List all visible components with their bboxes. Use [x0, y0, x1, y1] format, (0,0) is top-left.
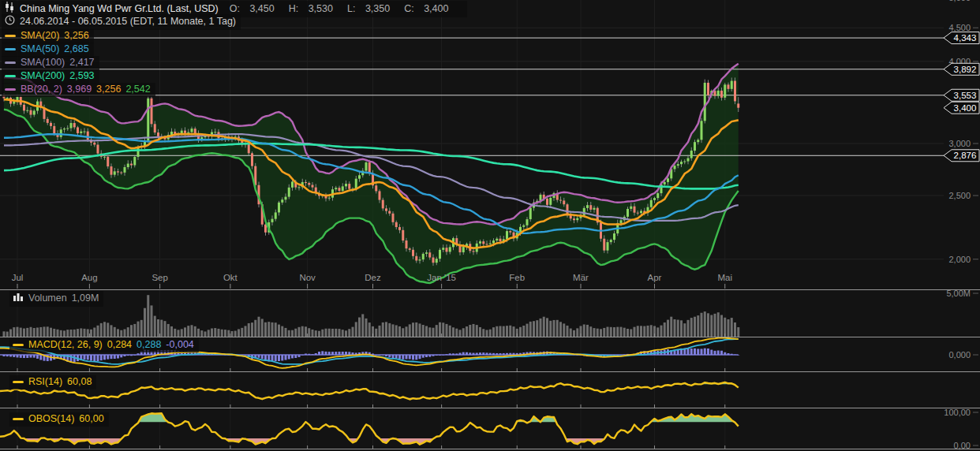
bollinger-middle-value: 3,256	[96, 84, 121, 95]
volume-bars-icon	[13, 292, 24, 305]
svg-text:Jan '15: Jan '15	[427, 273, 456, 282]
legend-volume[interactable]: Volumen 1,09M	[9, 291, 103, 307]
sma50-swatch-icon	[5, 48, 16, 50]
macd-hist-value: -0,004	[166, 339, 193, 351]
svg-text:4,343: 4,343	[954, 33, 977, 43]
svg-text:Nov: Nov	[299, 273, 316, 282]
svg-text:Aug: Aug	[81, 273, 97, 282]
clock-icon	[5, 15, 15, 28]
legend-obos[interactable]: OBOS(14) 60,00	[9, 412, 109, 427]
volume-value: 1,09M	[72, 293, 99, 304]
svg-text:Apr: Apr	[648, 273, 662, 282]
obos-label: OBOS(14)	[28, 413, 74, 425]
svg-text:5,00M: 5,00M	[946, 289, 971, 298]
price-tag-3,892: 3,892	[944, 63, 979, 75]
svg-text:Jul: Jul	[12, 273, 24, 282]
macd-label: MACD(12, 26, 9)	[28, 339, 103, 351]
sma50-label: SMA(50)	[21, 43, 59, 55]
sma200-swatch-icon	[5, 75, 16, 77]
macd-value: 0,284	[107, 339, 132, 351]
svg-text:Mär: Mär	[573, 273, 589, 282]
legend-sma100[interactable]: SMA(100) 2,417	[2, 56, 99, 70]
bollinger-swatch-icon	[5, 88, 16, 91]
sma100-swatch-icon	[5, 62, 16, 64]
close-value: 3,400	[424, 3, 448, 14]
svg-text:Okt: Okt	[223, 273, 238, 282]
date-range: 24.06.2014 - 06.05.2015 (EDT, 11 Monate,…	[20, 16, 236, 28]
svg-text:0,000: 0,000	[948, 350, 971, 360]
legend-sma20[interactable]: SMA(20) 3,256	[2, 29, 94, 43]
svg-text:2,876: 2,876	[954, 151, 977, 160]
sma20-value: 3,256	[64, 30, 88, 42]
svg-text:100,00: 100,00	[944, 408, 971, 417]
sma100-value: 2,417	[69, 57, 94, 69]
sma200-label: SMA(200)	[21, 70, 65, 82]
svg-text:3,553: 3,553	[954, 91, 977, 100]
svg-text:Sep: Sep	[151, 273, 167, 282]
price-tag-3,400: 3,400	[944, 102, 979, 114]
high-value: 3,530	[309, 3, 333, 14]
price-tag-2,876: 2,876	[944, 150, 979, 162]
svg-text:0,00: 0,00	[954, 441, 971, 450]
ohlc-values: O: 3,450H: 3,530L: 3,350C: 3,400	[230, 3, 463, 15]
low-value: 3,350	[365, 3, 390, 14]
sma20-label: SMA(20)	[21, 30, 59, 42]
sma50-value: 2,685	[64, 43, 88, 55]
date-range-row: 24.06.2014 - 06.05.2015 (EDT, 11 Monate,…	[2, 14, 241, 30]
svg-text:Dez: Dez	[365, 273, 381, 282]
svg-text:Mai: Mai	[717, 273, 732, 282]
volume-label: Volumen	[28, 293, 67, 304]
bollinger-lower-value: 2,542	[125, 84, 150, 95]
sma20-swatch-icon	[5, 35, 16, 37]
open-value: 3,450	[249, 3, 274, 14]
macd-swatch-icon	[13, 344, 24, 346]
price-tag-4,343: 4,343	[944, 32, 979, 44]
svg-text:3,000: 3,000	[948, 139, 971, 148]
price-tag-3,553: 3,553	[944, 89, 979, 101]
svg-text:Feb: Feb	[509, 273, 525, 282]
svg-text:5,000: 5,000	[948, 0, 971, 2]
svg-text:3,400: 3,400	[954, 103, 977, 113]
rsi-swatch-icon	[13, 381, 24, 383]
svg-text:2,000: 2,000	[948, 255, 971, 264]
legend-rsi[interactable]: RSI(14) 60,08	[9, 375, 96, 390]
bollinger-label: BB(20, 2)	[21, 84, 62, 95]
obos-value: 60,00	[79, 413, 103, 425]
obos-swatch-icon	[13, 418, 24, 420]
chart-window: 5,0004,5004,0003,0002,5002,0005,00M0,000…	[0, 0, 980, 451]
macd-signal-value: 0,288	[137, 339, 161, 351]
rsi-label: RSI(14)	[28, 376, 62, 388]
chart-canvas[interactable]: 5,0004,5004,0003,0002,5002,0005,00M0,000…	[0, 0, 980, 451]
svg-text:4,500: 4,500	[948, 23, 971, 32]
legend-bollinger[interactable]: BB(20, 2) 3,969 3,256 2,542	[2, 83, 155, 97]
legend-sma200[interactable]: SMA(200) 2,593	[2, 69, 99, 84]
sma100-label: SMA(100)	[21, 57, 65, 69]
legend-sma50[interactable]: SMA(50) 2,685	[2, 43, 94, 57]
sma200-value: 2,593	[69, 70, 94, 82]
svg-text:3,892: 3,892	[954, 65, 977, 74]
instrument-title: China Ming Yang Wd Pwr Gr.Ltd. (Last, US…	[20, 3, 219, 15]
legend-macd[interactable]: MACD(12, 26, 9) 0,284 0,288 -0,004	[9, 338, 199, 352]
svg-text:2,500: 2,500	[948, 191, 971, 200]
bollinger-upper-value: 3,969	[67, 84, 92, 95]
rsi-value: 60,08	[67, 376, 92, 388]
